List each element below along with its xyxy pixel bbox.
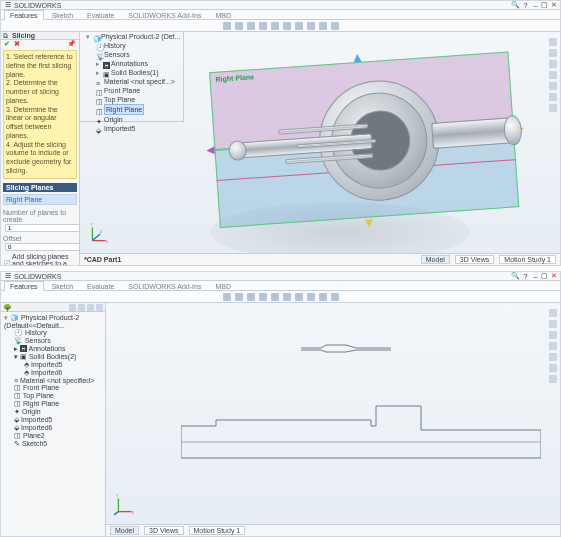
fm-tab-3-icon[interactable]: [87, 304, 94, 311]
tab-3dviews-2[interactable]: 3D Views: [144, 526, 183, 535]
apply-scene-icon[interactable]: [319, 22, 327, 30]
tab-motion-2[interactable]: Motion Study 1: [189, 526, 246, 535]
cancel-button[interactable]: ✖: [14, 40, 20, 48]
help-icon[interactable]: ?: [522, 273, 529, 280]
tab-mbd-2[interactable]: MBD: [209, 281, 237, 291]
tab-addins[interactable]: SOLIDWORKS Add-Ins: [122, 10, 207, 20]
feature-manager[interactable]: 🌳 ▾ 🧊 Physical Product-2 (Default<<Defau…: [1, 303, 106, 536]
view-triad-2[interactable]: Y X: [114, 494, 136, 516]
view-palette-icon[interactable]: [549, 353, 557, 361]
appearances-icon[interactable]: [549, 93, 557, 101]
tab-sketch[interactable]: Sketch: [46, 10, 79, 20]
plane-count-input[interactable]: [5, 224, 80, 232]
prev-view-icon[interactable]: [247, 22, 255, 30]
section-view-icon[interactable]: [259, 293, 267, 301]
tree2-plane2[interactable]: ◫ Plane2: [4, 432, 105, 440]
display-style-icon[interactable]: [283, 293, 291, 301]
tab-evaluate-2[interactable]: Evaluate: [81, 281, 120, 291]
tab-features[interactable]: Features: [4, 10, 44, 20]
tab-sketch-2[interactable]: Sketch: [46, 281, 79, 291]
offset-input[interactable]: [5, 243, 80, 251]
reference-plane-field[interactable]: Right Plane: [3, 194, 77, 205]
fm-tab-4-icon[interactable]: [96, 304, 103, 311]
appearances-icon[interactable]: [549, 364, 557, 372]
chk-add-folder[interactable]: ✓Add slicing planes and sketches to a fo…: [4, 253, 76, 266]
hide-show-icon[interactable]: [295, 22, 303, 30]
resources-icon[interactable]: [549, 49, 557, 57]
resources-icon[interactable]: [549, 320, 557, 328]
edit-appearance-icon[interactable]: [307, 22, 315, 30]
tab-3dviews[interactable]: 3D Views: [455, 255, 494, 264]
custom-props-icon[interactable]: [549, 104, 557, 112]
tree2-imp5[interactable]: ⬙ Imported5: [4, 416, 105, 424]
window-close[interactable]: ✕: [550, 273, 557, 280]
tree2-annot[interactable]: ▸ 🅰 Annotations: [4, 345, 105, 353]
fm-tab-1-icon[interactable]: [69, 304, 76, 311]
feature-tree-2[interactable]: ▾ 🧊 Physical Product-2 (Default<<Default…: [1, 314, 105, 448]
view-palette-icon[interactable]: [549, 82, 557, 90]
tree2-front[interactable]: ◫ Front Plane: [4, 384, 105, 392]
tree2-right[interactable]: ◫ Right Plane: [4, 400, 105, 408]
edit-appearance-icon[interactable]: [307, 293, 315, 301]
tab-model-2[interactable]: Model: [110, 526, 139, 535]
tree-root-2[interactable]: ▾ 🧊 Physical Product-2 (Default<<Default…: [4, 314, 105, 329]
window-close[interactable]: ✕: [550, 2, 557, 9]
file-explorer-icon[interactable]: [549, 342, 557, 350]
tree2-sketch5[interactable]: ✎ Sketch5: [4, 440, 105, 448]
handle-left-arrow-icon[interactable]: [206, 146, 215, 155]
design-library-icon[interactable]: [549, 60, 557, 68]
view-orientation-icon[interactable]: [271, 293, 279, 301]
handle-top-arrow-icon[interactable]: [353, 54, 362, 63]
tab-evaluate[interactable]: Evaluate: [81, 10, 120, 20]
view-orientation-icon[interactable]: [271, 22, 279, 30]
window-minimize[interactable]: –: [532, 2, 539, 9]
design-library-icon[interactable]: [549, 331, 557, 339]
tree2-sensors[interactable]: 📡 Sensors: [4, 337, 105, 345]
fm-tab-2-icon[interactable]: [78, 304, 85, 311]
tree2-material[interactable]: ≡ Material <not specified>: [4, 377, 105, 384]
tree2-solid[interactable]: ▾ ▣ Solid Bodies(2): [4, 353, 105, 361]
search-icon[interactable]: 🔍: [512, 273, 519, 280]
section-view-icon[interactable]: [259, 22, 267, 30]
ok-button[interactable]: ✔: [4, 40, 10, 48]
apply-scene-icon[interactable]: [319, 293, 327, 301]
graphics-viewport[interactable]: Right Plane: [80, 32, 560, 253]
pushpin-icon[interactable]: 📌: [67, 40, 76, 48]
prev-view-icon[interactable]: [247, 293, 255, 301]
window-minimize[interactable]: –: [532, 273, 539, 280]
zoom-area-icon[interactable]: [235, 22, 243, 30]
zoom-area-icon[interactable]: [235, 293, 243, 301]
app-menu-icon[interactable]: ☰: [4, 273, 11, 280]
zoom-fit-icon[interactable]: [223, 293, 231, 301]
tab-addins-2[interactable]: SOLIDWORKS Add-Ins: [122, 281, 207, 291]
view-triad[interactable]: Y X Z: [88, 223, 110, 245]
view-settings-icon[interactable]: [331, 22, 339, 30]
search-icon[interactable]: 🔍: [512, 2, 519, 9]
tab-motion[interactable]: Motion Study 1: [499, 255, 556, 264]
bottom-bar-2: Model 3D Views Motion Study 1: [106, 524, 560, 536]
home-icon[interactable]: [549, 309, 557, 317]
tree2-top[interactable]: ◫ Top Plane: [4, 392, 105, 400]
view-settings-icon[interactable]: [331, 293, 339, 301]
window-maximize[interactable]: ▢: [541, 273, 548, 280]
tree2-imp6b[interactable]: ⬘ Imported6: [4, 369, 105, 377]
zoom-fit-icon[interactable]: [223, 22, 231, 30]
tree2-imp6[interactable]: ⬙ Imported6: [4, 424, 105, 432]
fm-tabs[interactable]: [69, 304, 103, 311]
tab-mbd[interactable]: MBD: [209, 10, 237, 20]
window-maximize[interactable]: ▢: [541, 2, 548, 9]
tree2-imp5b[interactable]: ⬘ Imported5: [4, 361, 105, 369]
graphics-viewport-2[interactable]: Y X: [106, 303, 560, 524]
display-style-icon[interactable]: [283, 22, 291, 30]
help-icon[interactable]: ?: [522, 2, 529, 9]
custom-props-icon[interactable]: [549, 375, 557, 383]
hide-show-icon[interactable]: [295, 293, 303, 301]
home-icon[interactable]: [549, 38, 557, 46]
handle-bottom-arrow-icon[interactable]: [365, 219, 374, 228]
tree2-history[interactable]: 🕘 History: [4, 329, 105, 337]
tree2-origin[interactable]: ✦ Origin: [4, 408, 105, 416]
file-explorer-icon[interactable]: [549, 71, 557, 79]
app-menu-icon[interactable]: ☰: [4, 2, 11, 9]
tab-model[interactable]: Model: [421, 255, 450, 264]
tab-features-2[interactable]: Features: [4, 281, 44, 291]
